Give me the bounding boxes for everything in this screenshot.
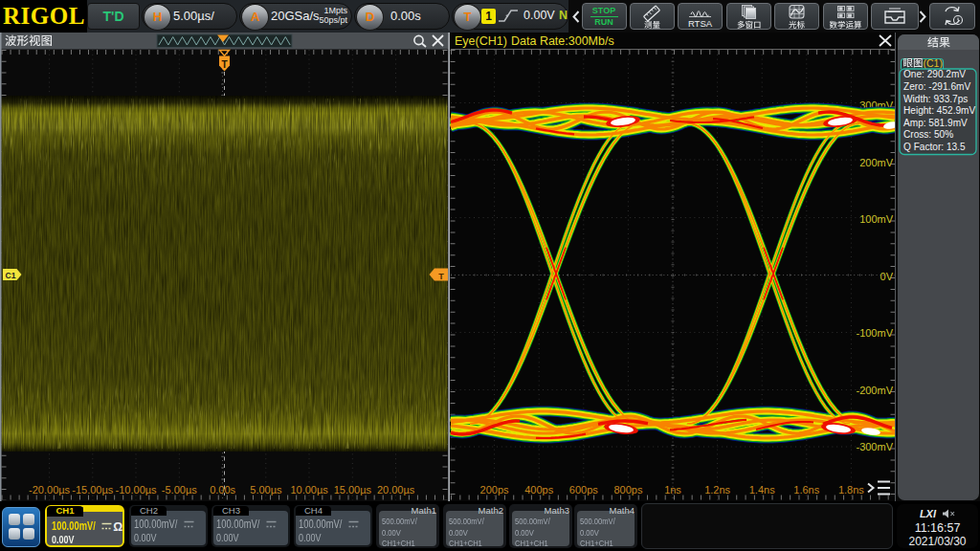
- svg-text:-5.00µs: -5.00µs: [162, 484, 197, 496]
- svg-text:1.6ns: 1.6ns: [793, 484, 819, 496]
- svg-text:Amp: 581.9mV: Amp: 581.9mV: [903, 116, 968, 127]
- svg-text:5.00µs: 5.00µs: [250, 484, 282, 496]
- svg-text:Q Factor: 13.5: Q Factor: 13.5: [903, 140, 966, 151]
- svg-text:200ps: 200ps: [480, 484, 509, 496]
- svg-text:-200mV: -200mV: [856, 385, 893, 396]
- svg-text:-10.00µs: -10.00µs: [116, 484, 158, 496]
- svg-text:T: T: [438, 272, 444, 281]
- svg-text:-300mV: -300mV: [856, 441, 893, 452]
- svg-text:Width: 933.7ps: Width: 933.7ps: [903, 92, 968, 103]
- svg-text:Height: 452.9mV: Height: 452.9mV: [903, 104, 975, 116]
- svg-text:T: T: [221, 59, 227, 70]
- svg-text:RTSA: RTSA: [688, 18, 713, 29]
- svg-text:0V: 0V: [880, 271, 894, 282]
- svg-text:100mV: 100mV: [859, 213, 894, 225]
- svg-text:20.00µs: 20.00µs: [377, 484, 415, 496]
- svg-text:1.2ns: 1.2ns: [704, 484, 730, 496]
- svg-text:0.00s: 0.00s: [210, 484, 235, 496]
- svg-text:800ps: 800ps: [613, 484, 642, 496]
- svg-text:600ps: 600ps: [569, 484, 598, 496]
- svg-text:Data Rate:300Mb/s: Data Rate:300Mb/s: [511, 34, 614, 48]
- svg-text:Cross: 50%: Cross: 50%: [903, 128, 953, 140]
- svg-text:-15.00µs: -15.00µs: [72, 484, 114, 496]
- svg-text:(C1): (C1): [924, 57, 943, 69]
- svg-text:1ns: 1ns: [664, 484, 681, 496]
- svg-text:-20.00µs: -20.00µs: [29, 484, 71, 496]
- svg-text:10.00µs: 10.00µs: [290, 484, 328, 496]
- svg-text:1.4ns: 1.4ns: [749, 484, 775, 496]
- svg-text:15.00µs: 15.00µs: [334, 484, 372, 496]
- svg-text:Zero: -291.6mV: Zero: -291.6mV: [903, 80, 970, 92]
- svg-text:1.8ns: 1.8ns: [838, 484, 864, 496]
- svg-text:One: 290.2mV: One: 290.2mV: [903, 68, 966, 79]
- svg-text:C1: C1: [6, 271, 16, 280]
- svg-text:200mV: 200mV: [859, 157, 894, 168]
- svg-text:400ps: 400ps: [524, 484, 553, 496]
- svg-text:Eye(CH1): Eye(CH1): [455, 34, 507, 48]
- svg-text:-100mV: -100mV: [856, 327, 893, 339]
